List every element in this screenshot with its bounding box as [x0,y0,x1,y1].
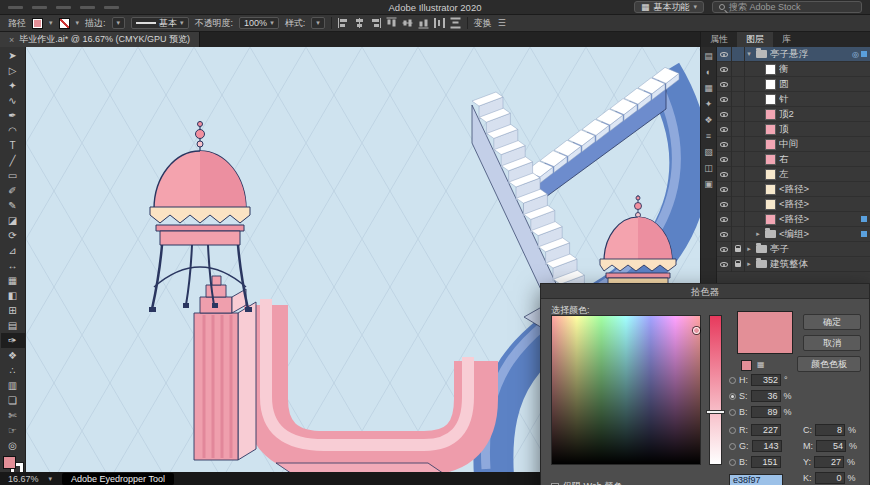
graph-tool[interactable]: ▥ [1,378,25,393]
layer-lock-toggle[interactable] [732,152,745,167]
opacity-dropdown[interactable]: 100% ▾ [239,17,279,29]
hsb-h-radio[interactable] [729,377,736,384]
layer-visibility-toggle[interactable] [717,257,732,272]
layer-visibility-toggle[interactable] [717,212,732,227]
layer-lock-toggle[interactable] [732,47,745,62]
rgb-r-field[interactable]: 227 [751,424,781,436]
dialog-title-bar[interactable]: 拾色器 [541,284,869,299]
gradient-tool[interactable]: ▤ [1,318,25,333]
layer-row[interactable]: 中间 [717,137,870,152]
pencil-tool[interactable]: ✎ [1,198,25,213]
symbols-panel-icon[interactable]: ❖ [704,116,712,125]
panel-tab-图层[interactable]: 图层 [737,32,773,47]
selection-indicator[interactable] [861,51,867,57]
layer-visibility-toggle[interactable] [717,182,732,197]
hsb-s-field[interactable]: 36 [751,390,781,402]
layer-row[interactable]: ▸<编组> [717,227,870,242]
fill-indicator[interactable] [3,456,16,469]
layer-target-icon[interactable]: ◎ [852,50,859,59]
layer-visibility-toggle[interactable] [717,77,732,92]
width-tool[interactable]: ↔ [1,258,25,273]
layer-row[interactable]: 圆 [717,77,870,92]
layer-visibility-toggle[interactable] [717,47,732,62]
layer-lock-toggle[interactable] [732,212,745,227]
document-tab[interactable]: × 毕业作业.ai* @ 16.67% (CMYK/GPU 预览) [0,32,200,47]
line-segment-tool[interactable]: ╱ [1,153,25,168]
stock-search-input[interactable]: 搜索 Adobe Stock [712,1,862,13]
brush-definition-dropdown[interactable]: 基本 ▾ [131,17,189,29]
layer-visibility-toggle[interactable] [717,62,732,77]
web-colors-only-option[interactable]: 仅限 Web 颜色 [551,480,622,485]
saturation-slider-indicator[interactable] [707,411,724,413]
menu-item[interactable] [80,6,95,9]
layer-lock-toggle[interactable] [732,122,745,137]
ok-button[interactable]: 确定 [803,314,861,330]
close-icon[interactable]: × [9,35,14,45]
expand-arrow-icon[interactable]: ▸ [745,245,753,253]
distribute-horizontal-center-icon[interactable] [434,18,445,28]
hsb-b-radio[interactable] [729,409,736,416]
style-dropdown[interactable]: ▾ [311,17,325,29]
rotate-tool[interactable]: ⟳ [1,228,25,243]
lasso-tool[interactable]: ∿ [1,93,25,108]
rectangle-tool[interactable]: ▭ [1,168,25,183]
layer-visibility-toggle[interactable] [717,137,732,152]
layer-lock-toggle[interactable] [732,257,745,272]
paintbrush-tool[interactable]: ✐ [1,183,25,198]
color-guide-panel-icon[interactable]: ◐ [706,68,711,77]
align-horizontal-left-icon[interactable] [338,18,349,28]
layer-row[interactable]: ▸亭子 [717,242,870,257]
mesh-tool[interactable]: ⊞ [1,303,25,318]
hex-field[interactable]: e38f97 [729,474,783,485]
slice-tool[interactable]: ✄ [1,408,25,423]
zoom-tool[interactable]: ◎ [1,438,25,453]
layer-visibility-toggle[interactable] [717,122,732,137]
menu-item[interactable] [56,6,71,9]
layer-visibility-toggle[interactable] [717,92,732,107]
selection-indicator[interactable] [861,231,867,237]
zoom-level[interactable]: 16.67% [8,474,39,484]
gradient-panel-icon[interactable]: ▧ [704,148,713,157]
panel-menu-icon[interactable]: ☰ [498,18,506,28]
expand-arrow-icon[interactable]: ▸ [754,230,762,238]
pen-tool[interactable]: ✒ [1,108,25,123]
layer-lock-toggle[interactable] [732,227,745,242]
layer-visibility-toggle[interactable] [717,242,732,257]
scale-tool[interactable]: ⊿ [1,243,25,258]
eyedropper-tool[interactable]: ✑ [1,333,25,348]
swatches-panel-icon[interactable]: ▦ [704,84,713,93]
layer-lock-toggle[interactable] [732,197,745,212]
transparency-panel-icon[interactable]: ◫ [704,164,713,173]
expand-arrow-icon[interactable]: ▸ [745,260,753,268]
shape-builder-tool[interactable]: ◧ [1,288,25,303]
layer-row[interactable]: <路径> [717,197,870,212]
layer-lock-toggle[interactable] [732,242,745,257]
menu-item[interactable] [32,6,47,9]
hsb-s-radio[interactable] [729,393,736,400]
cmyk-y-field[interactable]: 27 [814,456,844,468]
stroke-weight-dropdown[interactable]: ▾ [112,17,126,29]
layer-visibility-toggle[interactable] [717,197,732,212]
distribute-vertical-center-icon[interactable] [450,18,460,29]
brushes-panel-icon[interactable]: ✦ [705,100,713,109]
eraser-tool[interactable]: ◪ [1,213,25,228]
layer-row[interactable]: 左 [717,167,870,182]
curvature-tool[interactable]: ◠ [1,123,25,138]
layer-row[interactable]: 衡 [717,62,870,77]
layer-lock-toggle[interactable] [732,62,745,77]
rgb-b-field[interactable]: 151 [751,456,781,468]
panel-tab-属性[interactable]: 属性 [701,32,737,47]
selection-tool[interactable]: ➤ [1,48,25,63]
artboard-tool[interactable]: ❏ [1,393,25,408]
rgb-b-radio[interactable] [729,459,736,466]
layer-row[interactable]: 顶 [717,122,870,137]
layer-lock-toggle[interactable] [732,182,745,197]
rgb-g-radio[interactable] [729,443,736,450]
color-field[interactable] [551,315,701,465]
layer-lock-toggle[interactable] [732,137,745,152]
expand-arrow-icon[interactable]: ▾ [745,50,753,58]
menu-item[interactable] [8,6,23,9]
hsb-b-field[interactable]: 89 [751,406,781,418]
cmyk-k-field[interactable]: 0 [815,472,845,484]
layer-row[interactable]: <路径> [717,212,870,227]
